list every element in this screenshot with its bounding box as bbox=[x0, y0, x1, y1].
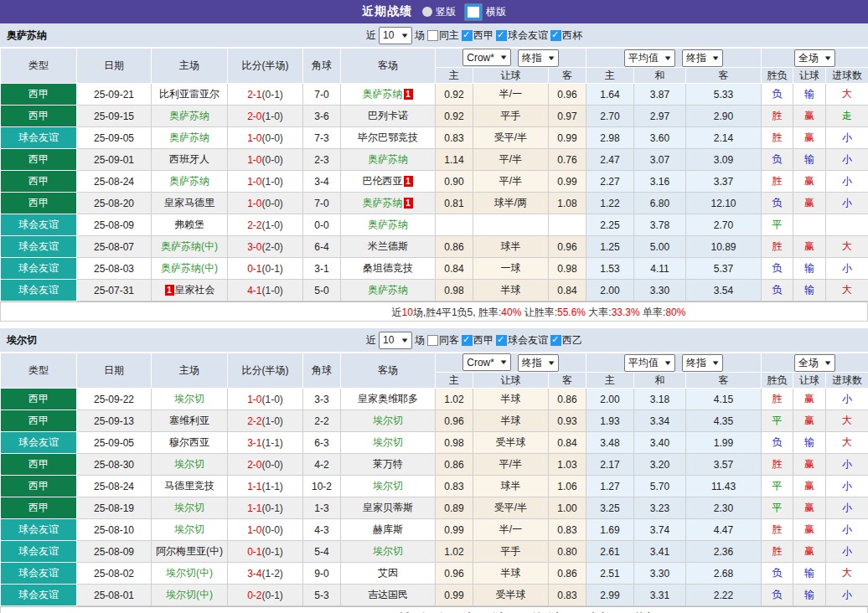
select-value: 终指 bbox=[686, 356, 706, 370]
corner-cell: 6-3 bbox=[303, 432, 341, 454]
result-text: 小 bbox=[842, 131, 852, 143]
handicap-result-cell: 输 bbox=[793, 84, 826, 106]
odds-away-cell: 0.98 bbox=[549, 258, 586, 280]
goals-result-cell: 大 bbox=[826, 280, 868, 301]
match-row: 西甲25-08-24奥萨苏纳1-0(1-0)3-4巴伦西亚10.90平/半0.9… bbox=[1, 171, 868, 193]
avg-source-select[interactable]: 平均值▼ bbox=[624, 49, 675, 67]
avg-home-cell: 2.17 bbox=[586, 454, 634, 476]
avg-source-select[interactable]: 终指▼ bbox=[682, 49, 723, 67]
result-text: 赢 bbox=[804, 197, 814, 209]
match-date: 25-09-01 bbox=[77, 149, 152, 171]
away-team-cell: 莱万特 bbox=[341, 454, 436, 476]
checkbox-checked-icon[interactable] bbox=[496, 335, 507, 346]
match-type-badge: 球会友谊 bbox=[1, 519, 77, 541]
radio-checked-icon[interactable] bbox=[464, 3, 483, 21]
result-text: 小 bbox=[842, 153, 852, 165]
team-section: 埃尔切近10▼场同客西甲球会友谊西乙类型日期主场比分(半场)角球客场Crow*▼… bbox=[0, 328, 868, 613]
checkbox-checked-icon[interactable] bbox=[462, 335, 473, 346]
result-text: 胜 bbox=[772, 175, 783, 187]
avg-source-select[interactable]: 平均值▼ bbox=[624, 354, 675, 372]
scope-select[interactable]: 全场▼ bbox=[794, 354, 835, 372]
odds-away-cell: 0.83 bbox=[549, 585, 586, 606]
filter-checkbox-league[interactable]: 西甲 bbox=[462, 28, 493, 43]
result-text: 胜 bbox=[772, 110, 783, 121]
avg-away-cell: 2.14 bbox=[686, 127, 762, 149]
goals-result-cell: 小 bbox=[826, 127, 868, 149]
avg-away-cell: 11.43 bbox=[686, 476, 762, 497]
match-date: 25-09-22 bbox=[77, 389, 152, 410]
handicap-result-cell: 输 bbox=[793, 432, 826, 454]
match-row: 球会友谊25-08-03奥萨苏纳(中)0-1(0-1)3-1桑坦德竞技0.84一… bbox=[1, 258, 868, 280]
corner-cell: 2-2 bbox=[303, 410, 341, 432]
score-cell: 1-1(1-1) bbox=[228, 476, 303, 497]
odds-source-select[interactable]: 终指▼ bbox=[518, 354, 559, 372]
checkbox-unchecked-icon[interactable] bbox=[427, 335, 438, 346]
corner-cell: 2-3 bbox=[303, 149, 341, 171]
halftime-score: (2-0) bbox=[262, 241, 283, 253]
select-value: 全场 bbox=[798, 51, 819, 65]
odds-source-select[interactable]: Crow*▼ bbox=[462, 49, 511, 66]
handicap-result-cell: 输 bbox=[793, 258, 826, 280]
filter-near-label: 近 bbox=[366, 333, 376, 348]
checkbox-checked-icon[interactable] bbox=[550, 30, 561, 41]
team-link: 奥萨苏纳 bbox=[169, 175, 209, 187]
odds-source-select[interactable]: Crow*▼ bbox=[462, 353, 511, 371]
odds-home-cell: 0.83 bbox=[436, 127, 473, 149]
filter-checkbox-league[interactable]: 球会友谊 bbox=[496, 28, 548, 43]
checkbox-unchecked-icon[interactable] bbox=[427, 30, 438, 41]
odds-source-select[interactable]: 终指▼ bbox=[518, 49, 559, 67]
team-link: 埃尔切(中) bbox=[166, 567, 213, 579]
away-team-cell: 巴列卡诺 bbox=[341, 106, 436, 127]
avg-away-cell: 1.99 bbox=[686, 432, 762, 454]
radio-unchecked-icon[interactable] bbox=[422, 7, 432, 17]
view-mode-option[interactable]: 横版 bbox=[464, 3, 506, 21]
away-team-cell: 米兰德斯 bbox=[341, 236, 436, 258]
team-link: 弗赖堡 bbox=[174, 219, 204, 230]
odds-away-cell: 1.03 bbox=[549, 454, 586, 476]
avg-draw-cell: 5.00 bbox=[634, 236, 686, 258]
goals-result-cell: 小 bbox=[826, 389, 868, 410]
filter-checkbox-same[interactable]: 同主 bbox=[427, 28, 459, 43]
result-text: 大 bbox=[842, 567, 852, 579]
filter-checkbox-same[interactable]: 同客 bbox=[427, 333, 459, 348]
corner-cell: 0-0 bbox=[303, 214, 341, 236]
filter-checkbox-league[interactable]: 西甲 bbox=[462, 333, 493, 348]
checkbox-checked-icon[interactable] bbox=[496, 30, 507, 41]
away-team-cell: 毕尔巴鄂竞技 bbox=[341, 127, 436, 149]
match-date: 25-08-24 bbox=[77, 476, 152, 497]
avg-home-cell: 1.22 bbox=[586, 193, 634, 214]
odds-home-cell bbox=[436, 214, 473, 236]
result-text: 负 bbox=[772, 197, 783, 209]
score-cell: 1-0(1-0) bbox=[228, 389, 303, 410]
view-mode-radios: 竖版横版 bbox=[422, 3, 506, 21]
filter-checkbox-league[interactable]: 西杯 bbox=[550, 28, 582, 43]
games-count-select[interactable]: 10▼ bbox=[379, 27, 412, 44]
corner-cell: 9-0 bbox=[303, 563, 341, 585]
games-count-select[interactable]: 10▼ bbox=[379, 332, 412, 349]
handicap-result-cell: 赢 bbox=[793, 236, 826, 258]
home-team-cell: 埃尔切 bbox=[152, 497, 228, 519]
result-text: 胜 bbox=[772, 545, 783, 557]
match-date: 25-07-31 bbox=[77, 280, 152, 301]
filter-checkbox-league[interactable]: 西乙 bbox=[550, 333, 582, 348]
goals-result-cell: 小 bbox=[826, 476, 868, 497]
column-header: 角球 bbox=[303, 49, 341, 84]
checkbox-checked-icon[interactable] bbox=[550, 335, 561, 346]
halftime-score: (0-1) bbox=[262, 263, 283, 275]
checkbox-label: 同主 bbox=[439, 28, 459, 43]
handicap-result-cell: 赢 bbox=[793, 476, 826, 497]
select-value: 10 bbox=[383, 29, 394, 41]
corner-cell: 5-4 bbox=[303, 541, 341, 563]
column-header: 比分(半场) bbox=[228, 353, 303, 389]
halftime-score: (0-1) bbox=[262, 546, 283, 558]
team-link: 比利亚雷亚尔 bbox=[159, 88, 220, 100]
winlose-result-cell: 平 bbox=[762, 410, 793, 432]
handicap-cell: 一球 bbox=[473, 258, 549, 280]
scope-select[interactable]: 全场▼ bbox=[794, 49, 835, 67]
filter-checkbox-league[interactable]: 球会友谊 bbox=[496, 333, 548, 348]
avg-source-select[interactable]: 终指▼ bbox=[682, 354, 723, 372]
select-value: 10 bbox=[383, 334, 394, 346]
checkbox-checked-icon[interactable] bbox=[462, 30, 473, 41]
view-mode-option[interactable]: 竖版 bbox=[422, 3, 456, 21]
column-header: 类型 bbox=[1, 49, 77, 84]
